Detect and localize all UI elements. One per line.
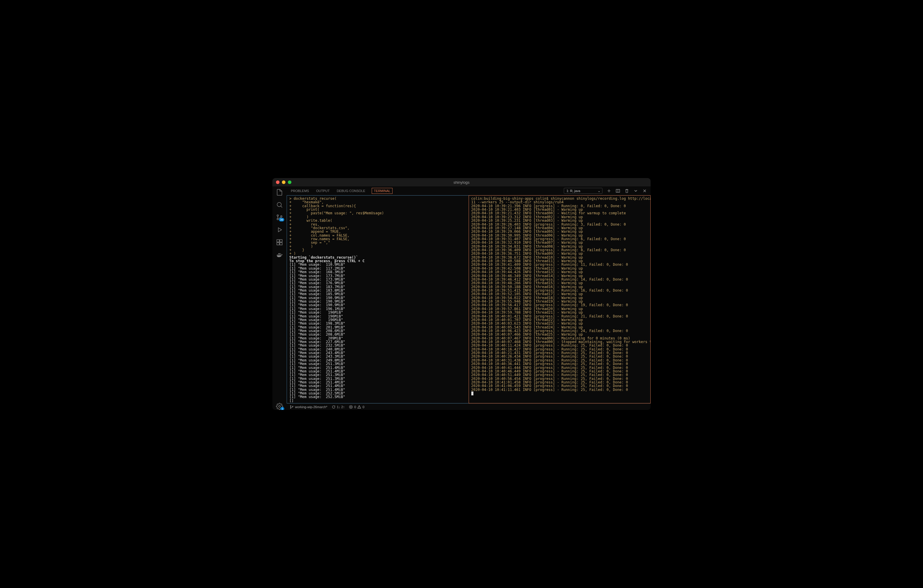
- search-icon[interactable]: [276, 201, 283, 209]
- close-window-button[interactable]: [276, 181, 279, 184]
- settings-badge: 1: [281, 407, 284, 410]
- tab-terminal[interactable]: TERMINAL: [372, 188, 393, 194]
- vscode-window: shinylogs 39 1 PROBLEMS OUTPUT DEBUG CON…: [273, 178, 650, 410]
- branch-icon: [290, 405, 294, 409]
- maximize-window-button[interactable]: [288, 181, 291, 184]
- extensions-icon[interactable]: [276, 239, 283, 246]
- svg-point-12: [292, 406, 293, 407]
- svg-rect-7: [280, 243, 282, 245]
- activity-bar: 39 1: [273, 186, 287, 410]
- git-branch[interactable]: working-wip-26march*: [290, 405, 327, 409]
- chevron-down-icon: ⌄: [598, 189, 600, 193]
- svg-rect-6: [277, 243, 279, 245]
- minimize-window-button[interactable]: [282, 181, 286, 184]
- svg-rect-5: [280, 240, 282, 242]
- svg-rect-4: [277, 240, 279, 242]
- error-count: 0: [354, 405, 356, 409]
- settings-gear-icon[interactable]: 1: [276, 403, 283, 410]
- svg-point-8: [279, 406, 281, 407]
- svg-point-3: [281, 216, 282, 217]
- errors-warnings[interactable]: 0 0: [349, 405, 364, 409]
- window-title: shinylogs: [273, 180, 650, 185]
- docker-icon[interactable]: [276, 251, 283, 258]
- terminal-right[interactable]: colin:building-big-shiny-apps colin$ shi…: [469, 195, 651, 403]
- chevron-down-icon[interactable]: [633, 189, 638, 193]
- sync-status[interactable]: 1↓ 2↑: [332, 405, 345, 409]
- sync-text: 1↓ 2↑: [337, 405, 345, 409]
- warning-icon: [357, 405, 361, 409]
- svg-point-10: [290, 406, 291, 406]
- debug-icon[interactable]: [276, 226, 283, 233]
- sync-icon: [332, 405, 336, 409]
- tab-output[interactable]: OUTPUT: [315, 188, 330, 194]
- tab-debug-console[interactable]: DEBUG CONSOLE: [336, 188, 366, 194]
- split-terminal-icon[interactable]: [616, 189, 620, 193]
- trash-icon[interactable]: [624, 189, 629, 193]
- svg-point-11: [290, 407, 291, 409]
- status-bar: working-wip-26march* 1↓ 2↑ 0 0: [287, 403, 650, 410]
- titlebar: shinylogs: [273, 178, 650, 186]
- terminal-left[interactable]: > dockerstats_recurse(+ "hexmake",+ call…: [287, 195, 469, 403]
- svg-point-0: [277, 202, 281, 207]
- terminal-selector-label: 1: R, java: [567, 189, 580, 193]
- terminal-selector[interactable]: 1: R, java⌄: [564, 188, 603, 194]
- scm-badge: 39: [279, 218, 284, 222]
- warning-count: 0: [363, 405, 364, 409]
- tab-problems[interactable]: PROBLEMS: [290, 188, 310, 194]
- traffic-lights: [276, 181, 291, 184]
- branch-name: working-wip-26march*: [295, 405, 327, 409]
- close-panel-icon[interactable]: [642, 189, 647, 193]
- panel-tabs: PROBLEMS OUTPUT DEBUG CONSOLE TERMINAL 1…: [287, 186, 650, 195]
- source-control-icon[interactable]: 39: [276, 214, 283, 221]
- new-terminal-icon[interactable]: [607, 189, 611, 193]
- explorer-icon[interactable]: [276, 189, 283, 196]
- svg-point-2: [277, 218, 279, 220]
- svg-point-1: [277, 215, 279, 217]
- error-icon: [349, 405, 353, 409]
